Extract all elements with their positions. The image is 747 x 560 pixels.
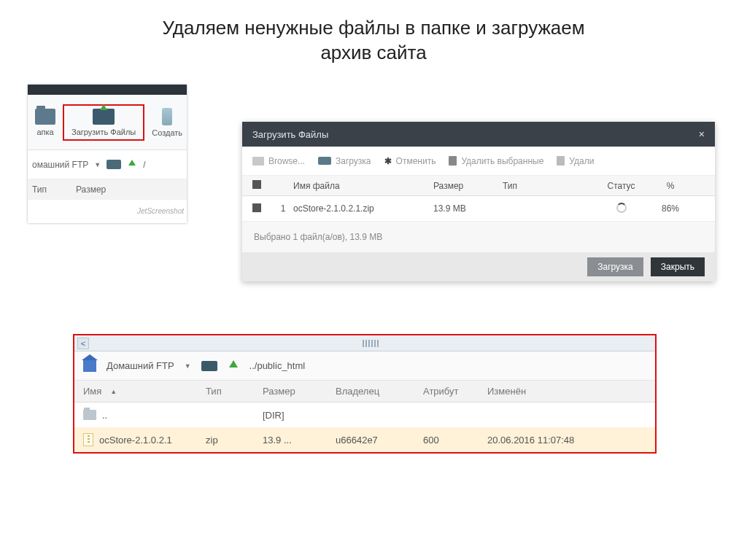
home-icon[interactable] xyxy=(83,360,96,372)
create-icon xyxy=(162,108,172,125)
sort-asc-icon[interactable]: ▲ xyxy=(110,388,117,395)
select-all-checkbox[interactable] xyxy=(252,180,261,189)
col-size[interactable]: Размер xyxy=(263,386,336,397)
row-attr: 600 xyxy=(423,435,487,446)
col-percent[interactable]: % xyxy=(649,181,692,191)
table-header: Имя▲ Тип Размер Владелец Атрибут Изменён xyxy=(74,381,655,402)
col-modified[interactable]: Изменён xyxy=(487,386,619,397)
dialog-toolbar: Browse... Загрузка ✱Отменить Удалить выб… xyxy=(242,147,715,176)
table-row[interactable]: 1 ocStore-2.1.0.2.1.zip 13.9 MB 86% xyxy=(242,196,715,221)
create-button[interactable]: Создать xyxy=(147,106,187,139)
drive-icon[interactable] xyxy=(107,160,121,169)
folder-button[interactable]: апка xyxy=(31,107,60,138)
row-status xyxy=(594,203,649,215)
footer-close-button[interactable]: Закрыть xyxy=(651,257,705,276)
breadcrumb-home[interactable]: Домашний FTP xyxy=(107,360,174,371)
scroll-left-icon[interactable]: < xyxy=(77,338,89,349)
drive-icon xyxy=(318,157,331,165)
drive-icon[interactable] xyxy=(201,361,217,371)
column-header-row: Тип Размер xyxy=(28,179,187,200)
col-type[interactable]: Тип xyxy=(206,386,263,397)
delete-button[interactable]: Удали xyxy=(557,156,594,166)
dialog-titlebar: Загрузить Файлы × xyxy=(242,122,715,147)
col-size[interactable]: Размер xyxy=(76,184,106,195)
delete-selected-button[interactable]: Удалить выбранные xyxy=(449,156,543,166)
folder-icon xyxy=(35,109,55,125)
breadcrumb-bar: Домашний FTP ▼ ../public_html xyxy=(74,351,655,381)
dialog-title: Загрузить Файлы xyxy=(252,129,328,140)
toolbar-snippet: апка Загрузить Файлы Создать омашний FTP… xyxy=(28,85,187,223)
watermark-row: JetScreenshot xyxy=(28,200,187,222)
row-size: [DIR] xyxy=(263,410,336,421)
file-manager: < Домашний FTP ▼ ../public_html Имя▲ Тип… xyxy=(73,334,657,454)
watermark-text: JetScreenshot xyxy=(137,207,184,215)
folder-icon xyxy=(83,410,96,420)
upload-files-button[interactable]: Загрузить Файлы xyxy=(63,104,144,141)
col-type[interactable]: Тип xyxy=(32,184,47,195)
upload-dialog: Загрузить Файлы × Browse... Загрузка ✱От… xyxy=(242,122,715,281)
folder-label: апка xyxy=(36,128,53,136)
folder-icon xyxy=(252,157,264,166)
zip-icon xyxy=(83,433,93,446)
window-titlebar xyxy=(28,85,187,95)
dialog-footer: Загрузка Закрыть xyxy=(242,252,715,281)
file-row[interactable]: ocStore-2.1.0.2.1 zip 13.9 ... u66642e7 … xyxy=(74,427,655,452)
row-percent: 86% xyxy=(649,203,692,214)
table-header: Имя файла Размер Тип Статус % xyxy=(242,176,715,196)
breadcrumb-label[interactable]: омашний FTP xyxy=(32,160,88,170)
col-filename[interactable]: Имя файла xyxy=(293,181,433,191)
trash-icon xyxy=(449,156,457,166)
row-size: 13.9 MB xyxy=(433,203,503,214)
dropdown-icon[interactable]: ▼ xyxy=(185,362,191,370)
parent-dir-row[interactable]: .. [DIR] xyxy=(74,402,655,427)
breadcrumb-row: омашний FTP ▼ / xyxy=(28,150,187,179)
horizontal-scrollbar[interactable]: < xyxy=(74,335,655,351)
row-name: .. xyxy=(102,410,107,421)
browse-button[interactable]: Browse... xyxy=(252,156,305,166)
cancel-icon: ✱ xyxy=(384,156,392,166)
path-separator: / xyxy=(143,160,145,170)
upload-icon xyxy=(93,109,115,125)
col-attributes[interactable]: Атрибут xyxy=(423,386,487,397)
slide-title: Удаляем ненужные файлы в папке и загружа… xyxy=(0,16,747,66)
scroll-grip-icon[interactable] xyxy=(363,340,379,347)
col-size[interactable]: Размер xyxy=(433,181,503,191)
up-icon[interactable] xyxy=(228,360,239,372)
row-type: zip xyxy=(206,435,263,446)
trash-icon xyxy=(557,156,565,166)
main-toolbar: апка Загрузить Файлы Создать xyxy=(28,95,187,150)
close-icon[interactable]: × xyxy=(699,128,705,140)
upload-label: Загрузить Файлы xyxy=(71,128,136,136)
up-icon[interactable] xyxy=(127,160,137,170)
footer-upload-button[interactable]: Загрузка xyxy=(587,257,643,276)
row-index: 1 xyxy=(273,203,293,214)
row-name: ocStore-2.1.0.2.1 xyxy=(99,435,172,446)
row-owner: u66642e7 xyxy=(336,435,423,446)
col-type[interactable]: Тип xyxy=(503,181,594,191)
row-checkbox[interactable] xyxy=(252,203,261,212)
breadcrumb-path[interactable]: ../public_html xyxy=(249,360,306,371)
upload-button[interactable]: Загрузка xyxy=(318,156,371,166)
spinner-icon xyxy=(616,203,627,213)
dropdown-icon[interactable]: ▼ xyxy=(94,161,101,168)
cancel-button[interactable]: ✱Отменить xyxy=(384,156,436,166)
row-modified: 20.06.2016 11:07:48 xyxy=(487,435,619,446)
status-text: Выбрано 1 файл(а/ов), 13.9 MB xyxy=(242,221,715,252)
col-status[interactable]: Статус xyxy=(594,181,649,191)
row-size: 13.9 ... xyxy=(263,435,336,446)
col-owner[interactable]: Владелец xyxy=(336,386,423,397)
col-name[interactable]: Имя xyxy=(83,386,101,397)
row-filename: ocStore-2.1.0.2.1.zip xyxy=(293,203,433,214)
create-label: Создать xyxy=(152,128,182,137)
